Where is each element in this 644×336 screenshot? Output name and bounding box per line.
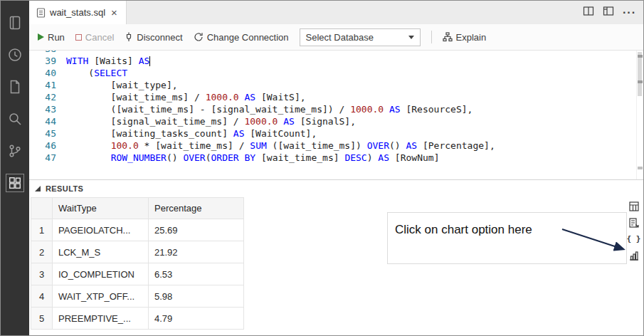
change-connection-button[interactable]: Change Connection	[194, 32, 289, 43]
code-text[interactable]: [wait_time_ms] / 1000.0 AS [WaitS],	[66, 91, 306, 103]
column-header-waittype[interactable]: WaitType	[53, 198, 149, 219]
chevron-down-icon	[408, 36, 414, 39]
change-connection-label: Change Connection	[207, 32, 289, 43]
app-window: wait_stats.sql × ··· Run Cancel	[0, 0, 644, 336]
code-line: 45 [waiting_tasks_count] AS [WaitCount],	[29, 127, 643, 140]
percentage-cell[interactable]: 21.92	[149, 241, 244, 263]
wait-type-cell[interactable]: PREEMPTIVE_...	[53, 308, 149, 330]
corner-cell[interactable]	[31, 198, 53, 219]
overview-ruler-mark	[638, 167, 643, 169]
wait-type-cell[interactable]: IO_COMPLETION	[53, 263, 149, 285]
more-actions-icon[interactable]: ···	[623, 10, 636, 16]
line-number: 42	[29, 91, 66, 103]
cancel-button[interactable]: Cancel	[75, 32, 114, 43]
save-excel-icon[interactable]	[628, 217, 639, 228]
table-row[interactable]: 5PREEMPTIVE_...4.79	[31, 308, 244, 330]
editor-scrollbar[interactable]	[636, 51, 643, 179]
results-header[interactable]: RESULTS	[29, 180, 643, 197]
disconnect-label: Disconnect	[137, 32, 182, 43]
percentage-cell[interactable]: 5.98	[149, 285, 244, 308]
source-control-icon[interactable]	[1, 135, 29, 167]
row-number-cell[interactable]: 3	[31, 263, 53, 285]
line-number: 46	[29, 140, 66, 152]
toolbar-separator	[431, 31, 432, 43]
editor-layout-icon[interactable]	[603, 6, 614, 19]
code-text[interactable]: [wait_type],	[66, 79, 178, 91]
chart-icon[interactable]	[628, 250, 639, 261]
line-number: 44	[29, 115, 66, 127]
explain-label: Explain	[456, 32, 487, 43]
code-text[interactable]: 100.0 * [wait_time_ms] / SUM ([wait_time…	[66, 140, 495, 152]
extensions-icon[interactable]	[1, 167, 29, 199]
query-toolbar: Run Cancel Disconnect Change Connection …	[29, 24, 643, 51]
percentage-cell[interactable]: 6.53	[149, 263, 244, 285]
code-text[interactable]: [signal_wait_time_ms] / 1000.0 AS [Signa…	[66, 115, 356, 127]
cancel-icon	[75, 34, 82, 41]
results-title: RESULTS	[46, 184, 83, 193]
code-lines: 3839WITH [Waits] AS40 (SELECT41 [wait_ty…	[29, 51, 643, 164]
row-number-cell[interactable]: 5	[31, 308, 53, 330]
code-text[interactable]: ([wait_time_ms] - [signal_wait_time_ms])…	[66, 103, 473, 115]
history-icon[interactable]	[1, 38, 29, 70]
explain-button[interactable]: Explain	[443, 32, 487, 43]
column-header-percentage[interactable]: Percentage	[149, 198, 244, 219]
explain-icon	[443, 32, 453, 42]
search-icon[interactable]	[1, 103, 29, 135]
line-number: 41	[29, 79, 66, 91]
grid-header-row: WaitType Percentage	[31, 198, 244, 219]
wait-type-cell[interactable]: PAGEIOLATCH...	[53, 219, 149, 241]
connections-icon[interactable]	[1, 6, 29, 38]
save-csv-icon[interactable]	[628, 201, 639, 211]
run-button[interactable]: Run	[38, 32, 65, 43]
expand-twistie-icon	[35, 186, 41, 191]
results-panel: RESULTS WaitType Percentage 1PAGEIOLATCH…	[29, 179, 643, 335]
sql-editor[interactable]: 3839WITH [Waits] AS40 (SELECT41 [wait_ty…	[29, 51, 643, 179]
tab-bar: wait_stats.sql × ···	[29, 1, 643, 24]
code-line: 39WITH [Waits] AS	[29, 55, 643, 67]
table-row[interactable]: 4WAIT_XTP_OFF...5.98	[31, 285, 244, 308]
code-line: 43 ([wait_time_ms] - [signal_wait_time_m…	[29, 103, 643, 115]
cancel-label: Cancel	[85, 32, 114, 43]
code-line: 40 (SELECT	[29, 67, 643, 79]
change-connection-icon	[194, 32, 204, 42]
code-text[interactable]: (SELECT	[66, 67, 127, 79]
row-number-cell[interactable]: 4	[31, 285, 53, 308]
code-line: 47 ROW_NUMBER() OVER(ORDER BY [wait_time…	[29, 152, 643, 164]
overview-ruler-mark	[638, 55, 643, 58]
code-text[interactable]: [waiting_tasks_count] AS [WaitCount],	[66, 127, 317, 140]
split-editor-icon[interactable]	[583, 6, 594, 19]
row-number-cell[interactable]: 2	[31, 241, 53, 263]
table-row[interactable]: 3IO_COMPLETION6.53	[31, 263, 244, 285]
code-text[interactable]: ROW_NUMBER() OVER(ORDER BY [wait_time_ms…	[66, 152, 439, 164]
line-number: 43	[29, 103, 66, 115]
code-text[interactable]: WITH [Waits] AS	[66, 55, 150, 67]
select-database-dropdown[interactable]: Select Database	[300, 28, 421, 46]
close-icon[interactable]: ×	[110, 7, 119, 18]
scrollbar-thumb[interactable]	[638, 52, 642, 96]
results-action-icons: { }	[628, 201, 639, 261]
line-number: 39	[29, 55, 66, 67]
tab-wait-stats[interactable]: wait_stats.sql ×	[29, 1, 127, 24]
wait-type-cell[interactable]: WAIT_XTP_OFF...	[53, 285, 149, 308]
code-line: 44 [signal_wait_time_ms] / 1000.0 AS [Si…	[29, 115, 643, 127]
overview-ruler-mark	[638, 80, 643, 83]
table-row[interactable]: 1PAGEIOLATCH...25.69	[31, 219, 244, 241]
code-line: 41 [wait_type],	[29, 79, 643, 91]
code-line: 46 100.0 * [wait_time_ms] / SUM ([wait_t…	[29, 140, 643, 152]
line-number: 45	[29, 127, 66, 140]
disconnect-icon	[125, 32, 133, 42]
activity-bar	[1, 1, 29, 335]
wait-type-cell[interactable]: LCK_M_S	[53, 241, 149, 263]
percentage-cell[interactable]: 4.79	[149, 308, 244, 330]
code-line: 42 [wait_time_ms] / 1000.0 AS [WaitS],	[29, 91, 643, 103]
row-number-cell[interactable]: 1	[31, 219, 53, 241]
disconnect-button[interactable]: Disconnect	[125, 32, 182, 43]
annotation-callout: Click on chart option here	[387, 212, 627, 264]
save-json-icon[interactable]: { }	[628, 233, 639, 244]
results-tbody: 1PAGEIOLATCH...25.692LCK_M_S21.923IO_COM…	[31, 219, 244, 330]
table-row[interactable]: 2LCK_M_S21.92	[31, 241, 244, 263]
line-number: 47	[29, 152, 66, 164]
file-icon[interactable]	[1, 70, 29, 103]
select-database-value: Select Database	[306, 32, 374, 43]
percentage-cell[interactable]: 25.69	[149, 219, 244, 241]
